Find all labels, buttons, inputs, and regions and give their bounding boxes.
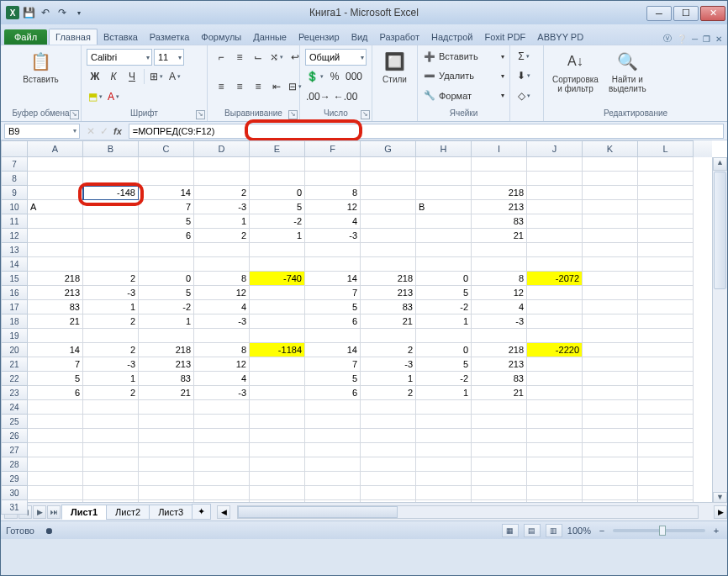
align-center-button[interactable]: ≡ [231, 78, 248, 95]
column-header-C[interactable]: C [139, 140, 194, 157]
row-header-29[interactable]: 29 [1, 472, 28, 486]
cell-D13[interactable] [194, 243, 250, 257]
cell-B9[interactable]: -148 [83, 186, 139, 200]
cell-L12[interactable] [638, 229, 694, 243]
cell-D24[interactable] [194, 400, 250, 415]
clipboard-launcher-icon[interactable]: ↘ [70, 110, 79, 119]
cell-H7[interactable] [416, 157, 472, 172]
cell-E16[interactable] [250, 286, 305, 300]
cell-F8[interactable] [305, 172, 361, 186]
cell-A13[interactable] [28, 243, 83, 257]
row-header-22[interactable]: 22 [1, 372, 28, 386]
cell-E24[interactable] [250, 400, 305, 415]
cell-D30[interactable] [194, 486, 250, 500]
cell-K12[interactable] [583, 229, 638, 243]
row-header-8[interactable]: 8 [1, 172, 28, 186]
align-bot-button[interactable]: ⌙ [250, 49, 266, 66]
cell-L28[interactable] [638, 457, 694, 472]
formula-input[interactable]: =МОПРЕД(C9:F12) [129, 124, 724, 139]
select-all-corner[interactable] [1, 140, 28, 157]
cell-I16[interactable]: 12 [472, 286, 527, 300]
cell-F14[interactable] [305, 257, 361, 272]
cell-C26[interactable] [139, 429, 194, 443]
cell-G20[interactable]: 2 [361, 343, 416, 357]
cell-A24[interactable] [28, 400, 83, 415]
cell-B11[interactable] [83, 214, 139, 229]
cell-G11[interactable] [361, 214, 416, 229]
cell-G27[interactable] [361, 443, 416, 457]
cell-B30[interactable] [83, 486, 139, 500]
cell-I10[interactable]: 213 [472, 200, 527, 214]
tab-abbyy[interactable]: ABBYY PD [531, 29, 589, 45]
cell-A11[interactable] [28, 214, 83, 229]
cell-B24[interactable] [83, 400, 139, 415]
cell-D9[interactable]: 2 [194, 186, 250, 200]
cell-D14[interactable] [194, 257, 250, 272]
cell-K11[interactable] [583, 214, 638, 229]
cell-C21[interactable]: 213 [139, 357, 194, 372]
cell-E15[interactable]: -740 [250, 272, 305, 286]
align-left-button[interactable]: ≡ [213, 78, 229, 95]
italic-button[interactable]: К [105, 68, 122, 85]
sort-filter-button[interactable]: A↓ Сортировка и фильтр [549, 48, 602, 95]
cell-A18[interactable]: 21 [28, 314, 83, 329]
cell-F16[interactable]: 7 [305, 286, 361, 300]
cell-K17[interactable] [583, 300, 638, 314]
cell-L19[interactable] [638, 329, 694, 343]
cell-A27[interactable] [28, 443, 83, 457]
cell-J19[interactable] [527, 329, 583, 343]
cell-F11[interactable]: 4 [305, 214, 361, 229]
cell-A29[interactable] [28, 472, 83, 486]
align-right-button[interactable]: ≡ [250, 78, 266, 95]
cell-H21[interactable]: 5 [416, 357, 472, 372]
tab-developer[interactable]: Разработ [374, 29, 425, 45]
cell-E7[interactable] [250, 157, 305, 172]
tab-review[interactable]: Рецензир [293, 29, 346, 45]
cell-B21[interactable]: -3 [83, 357, 139, 372]
cell-J14[interactable] [527, 257, 583, 272]
align-launcher-icon[interactable]: ↘ [288, 110, 298, 119]
cell-F29[interactable] [305, 472, 361, 486]
underline-button[interactable]: Ч [124, 68, 140, 85]
cell-E12[interactable]: 1 [250, 229, 305, 243]
qat-dropdown-icon[interactable]: ▾ [71, 5, 87, 20]
sheet-tab-1[interactable]: Лист1 [61, 505, 107, 520]
cell-E20[interactable]: -1184 [250, 343, 305, 357]
cell-B22[interactable]: 1 [83, 372, 139, 386]
cell-B14[interactable] [83, 257, 139, 272]
cell-J17[interactable] [527, 300, 583, 314]
currency-button[interactable]: 💲 [305, 68, 324, 85]
cell-C15[interactable]: 0 [139, 272, 194, 286]
doc-minimize-icon[interactable]: ─ [692, 34, 698, 44]
cell-H14[interactable] [416, 257, 472, 272]
cell-C29[interactable] [139, 472, 194, 486]
cell-C28[interactable] [139, 457, 194, 472]
autosum-button[interactable]: Σ [515, 48, 532, 65]
tab-foxit[interactable]: Foxit PDF [478, 29, 531, 45]
cell-F17[interactable]: 5 [305, 300, 361, 314]
cell-E9[interactable]: 0 [250, 186, 305, 200]
cell-G14[interactable] [361, 257, 416, 272]
cell-B19[interactable] [83, 329, 139, 343]
horizontal-scrollbar[interactable] [237, 505, 699, 519]
font-launcher-icon[interactable]: ↘ [196, 110, 205, 119]
cell-E28[interactable] [250, 457, 305, 472]
cell-B27[interactable] [83, 443, 139, 457]
cell-A16[interactable]: 213 [28, 286, 83, 300]
cell-G19[interactable] [361, 329, 416, 343]
cell-K29[interactable] [583, 472, 638, 486]
cell-C8[interactable] [139, 172, 194, 186]
cell-H19[interactable] [416, 329, 472, 343]
cell-I29[interactable] [472, 472, 527, 486]
paste-button[interactable]: 📋 Вставить [6, 48, 76, 86]
cell-K9[interactable] [583, 186, 638, 200]
cell-E10[interactable]: 5 [250, 200, 305, 214]
tab-insert[interactable]: Вставка [98, 29, 144, 45]
cell-A10[interactable]: А [28, 200, 83, 214]
cell-G9[interactable] [361, 186, 416, 200]
column-header-G[interactable]: G [361, 140, 416, 157]
column-header-B[interactable]: B [83, 140, 139, 157]
cell-K19[interactable] [583, 329, 638, 343]
cell-E29[interactable] [250, 472, 305, 486]
cell-B13[interactable] [83, 243, 139, 257]
